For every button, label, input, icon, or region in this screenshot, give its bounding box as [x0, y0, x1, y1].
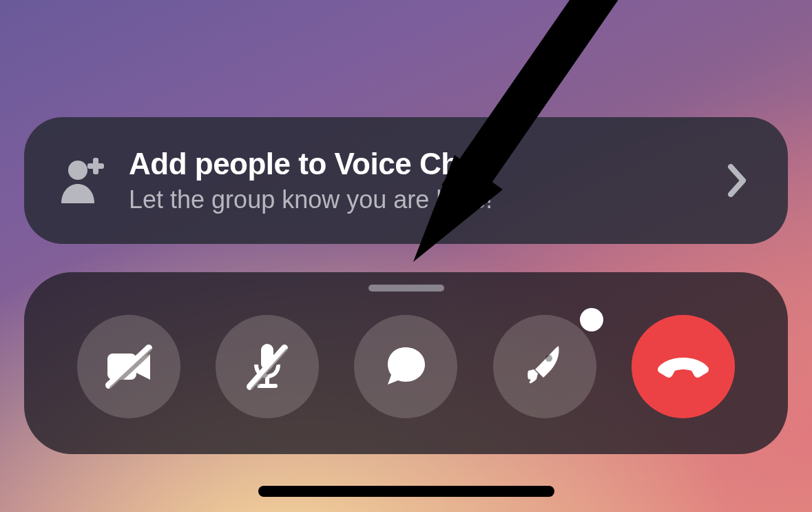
- voice-control-bar: [24, 272, 788, 454]
- end-call-button[interactable]: [632, 315, 735, 418]
- svg-rect-9: [257, 384, 278, 388]
- add-people-text: Add people to Voice Chat Let the group k…: [129, 147, 716, 214]
- chat-button[interactable]: [354, 315, 457, 418]
- control-buttons-row: [24, 291, 788, 454]
- svg-point-0: [68, 161, 87, 180]
- rocket-icon: [520, 342, 570, 391]
- drag-handle[interactable]: [368, 285, 444, 291]
- activities-button[interactable]: [493, 315, 596, 418]
- notification-dot: [580, 308, 603, 331]
- mic-toggle-button[interactable]: [216, 315, 319, 418]
- svg-rect-2: [87, 163, 104, 169]
- add-people-card[interactable]: Add people to Voice Chat Let the group k…: [24, 117, 788, 244]
- video-off-icon: [101, 338, 157, 395]
- add-people-title: Add people to Voice Chat: [129, 147, 716, 181]
- mic-off-icon: [239, 338, 295, 395]
- chevron-right-icon: [716, 164, 758, 197]
- home-indicator[interactable]: [258, 486, 554, 497]
- add-people-subtitle: Let the group know you are here!: [129, 185, 716, 214]
- svg-point-12: [545, 355, 552, 362]
- chat-bubble-icon: [381, 342, 430, 391]
- add-person-icon: [54, 158, 116, 203]
- hang-up-icon: [654, 337, 713, 396]
- video-toggle-button[interactable]: [77, 315, 180, 418]
